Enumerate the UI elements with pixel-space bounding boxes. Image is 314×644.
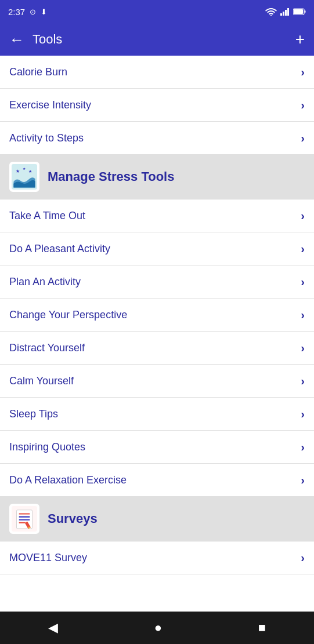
signal-icon <box>280 8 290 16</box>
status-bar-right <box>265 8 306 16</box>
bottom-nav: ◀ ● ■ <box>0 612 314 644</box>
surveys-icon <box>9 504 39 534</box>
list-item-label-move11-survey: MOVE11 Survey <box>9 552 301 564</box>
wifi-icon <box>265 8 277 16</box>
svg-rect-2 <box>283 12 284 16</box>
chevron-icon-distract-yourself: › <box>301 341 305 355</box>
chevron-icon-do-a-relaxation-exercise: › <box>301 474 305 487</box>
section-header-manage-stress-tools: ★ ★ ★ Manage Stress Tools <box>0 155 314 199</box>
status-bar: 2:37 ⊙ ⬇ <box>0 0 314 23</box>
back-button[interactable]: ← <box>9 32 24 47</box>
list-item-calm-yourself[interactable]: Calm Yourself› <box>0 365 314 398</box>
page-title: Tools <box>33 32 295 47</box>
list-item-label-exercise-intensity: Exercise Intensity <box>9 99 301 111</box>
list-item-label-calm-yourself: Calm Yourself <box>9 375 301 387</box>
svg-text:★: ★ <box>28 169 32 173</box>
list-item-plan-an-activity[interactable]: Plan An Activity› <box>0 265 314 299</box>
svg-text:★: ★ <box>23 167 26 170</box>
svg-rect-4 <box>287 8 289 16</box>
chevron-icon-activity-to-steps: › <box>301 132 305 145</box>
status-time: 2:37 <box>8 7 25 17</box>
list-item-label-do-a-pleasant-activity: Do A Pleasant Activity <box>9 243 301 255</box>
list-item-label-inspiring-quotes: Inspiring Quotes <box>9 441 301 453</box>
list-item-do-a-pleasant-activity[interactable]: Do A Pleasant Activity› <box>0 232 314 265</box>
list-item-calorie-burn[interactable]: Calorie Burn› <box>0 56 314 89</box>
list-item-take-a-time-out[interactable]: Take A Time Out› <box>0 199 314 232</box>
content-list: Calorie Burn›Exercise Intensity›Activity… <box>0 56 314 612</box>
manage-stress-tools-icon: ★ ★ ★ <box>9 162 39 192</box>
manage-stress-tools-label: Manage Stress Tools <box>48 169 174 184</box>
list-item-label-activity-to-steps: Activity to Steps <box>9 132 301 144</box>
chevron-icon-calorie-burn: › <box>301 66 305 79</box>
svg-rect-3 <box>285 10 287 16</box>
status-download-icon: ⬇ <box>41 8 47 16</box>
list-item-label-change-your-perspective: Change Your Perspective <box>9 309 301 321</box>
nav-back-button[interactable]: ◀ <box>37 616 70 640</box>
battery-icon <box>293 8 306 15</box>
list-item-move11-survey[interactable]: MOVE11 Survey› <box>0 541 314 574</box>
section-header-surveys: Surveys <box>0 497 314 541</box>
list-item-sleep-tips[interactable]: Sleep Tips› <box>0 398 314 431</box>
nav-square-button[interactable]: ■ <box>247 616 277 640</box>
status-bar-left: 2:37 ⊙ ⬇ <box>8 7 47 17</box>
svg-text:★: ★ <box>16 169 20 174</box>
svg-rect-6 <box>294 9 303 14</box>
chevron-icon-take-a-time-out: › <box>301 209 305 223</box>
chevron-icon-calm-yourself: › <box>301 374 305 388</box>
nav-home-button[interactable]: ● <box>143 616 174 640</box>
list-item-exercise-intensity[interactable]: Exercise Intensity› <box>0 89 314 122</box>
list-item-label-take-a-time-out: Take A Time Out <box>9 210 301 222</box>
status-circle-icon: ⊙ <box>30 8 36 16</box>
list-item-distract-yourself[interactable]: Distract Yourself› <box>0 332 314 365</box>
list-item-label-distract-yourself: Distract Yourself <box>9 342 301 354</box>
chevron-icon-change-your-perspective: › <box>301 308 305 322</box>
chevron-icon-sleep-tips: › <box>301 407 305 421</box>
top-bar: ← Tools + <box>0 23 314 56</box>
list-item-label-do-a-relaxation-exercise: Do A Relaxation Exercise <box>9 474 301 486</box>
list-item-activity-to-steps[interactable]: Activity to Steps› <box>0 122 314 155</box>
list-item-do-a-relaxation-exercise[interactable]: Do A Relaxation Exercise› <box>0 464 314 497</box>
chevron-icon-exercise-intensity: › <box>301 99 305 112</box>
list-item-label-sleep-tips: Sleep Tips <box>9 408 301 420</box>
list-item-label-plan-an-activity: Plan An Activity <box>9 276 301 288</box>
chevron-icon-do-a-pleasant-activity: › <box>301 242 305 256</box>
chevron-icon-plan-an-activity: › <box>301 275 305 289</box>
list-item-label-calorie-burn: Calorie Burn <box>9 66 301 78</box>
svg-rect-7 <box>305 10 306 13</box>
surveys-label: Surveys <box>48 511 98 526</box>
list-item-change-your-perspective[interactable]: Change Your Perspective› <box>0 299 314 332</box>
chevron-icon-move11-survey: › <box>301 551 305 565</box>
svg-point-0 <box>270 14 272 16</box>
chevron-icon-inspiring-quotes: › <box>301 441 305 454</box>
add-button[interactable]: + <box>295 31 305 48</box>
svg-rect-1 <box>280 13 282 16</box>
list-item-inspiring-quotes[interactable]: Inspiring Quotes› <box>0 431 314 464</box>
